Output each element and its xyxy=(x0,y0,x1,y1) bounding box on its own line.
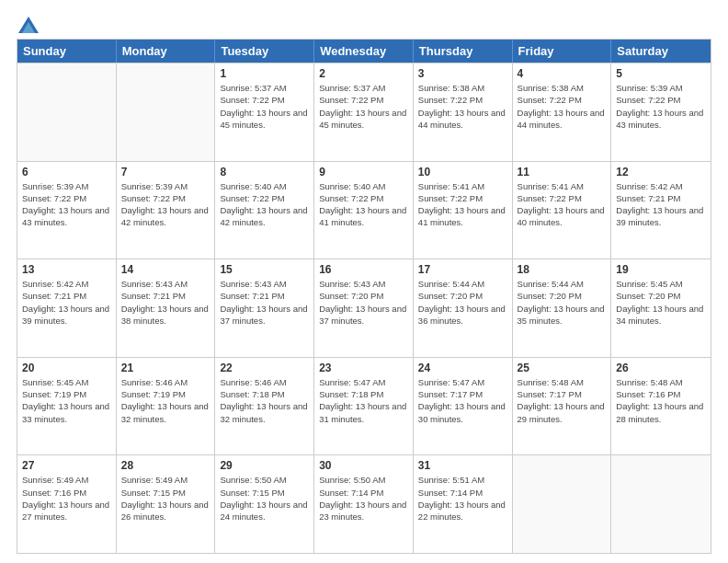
day-number: 5 xyxy=(616,67,706,80)
calendar-cell: 15Sunrise: 5:43 AM Sunset: 7:21 PM Dayli… xyxy=(215,259,314,357)
calendar-week-row: 13Sunrise: 5:42 AM Sunset: 7:21 PM Dayli… xyxy=(17,259,711,357)
calendar-body: 1Sunrise: 5:37 AM Sunset: 7:22 PM Daylig… xyxy=(17,63,711,553)
day-number: 22 xyxy=(220,362,309,374)
calendar-cell: 26Sunrise: 5:48 AM Sunset: 7:16 PM Dayli… xyxy=(611,358,711,455)
day-number: 1 xyxy=(220,67,309,80)
calendar-cell: 28Sunrise: 5:49 AM Sunset: 7:15 PM Dayli… xyxy=(117,455,216,553)
calendar-cell: 13Sunrise: 5:42 AM Sunset: 7:21 PM Dayli… xyxy=(17,259,117,357)
calendar-header-cell: Monday xyxy=(117,40,216,63)
day-info: Sunrise: 5:38 AM Sunset: 7:22 PM Dayligh… xyxy=(518,82,607,131)
day-number: 15 xyxy=(220,263,309,276)
day-info: Sunrise: 5:46 AM Sunset: 7:19 PM Dayligh… xyxy=(121,376,210,425)
day-info: Sunrise: 5:51 AM Sunset: 7:14 PM Dayligh… xyxy=(418,474,507,523)
day-info: Sunrise: 5:37 AM Sunset: 7:22 PM Dayligh… xyxy=(319,82,408,131)
day-number: 7 xyxy=(121,166,210,178)
day-number: 14 xyxy=(121,263,210,276)
day-info: Sunrise: 5:47 AM Sunset: 7:17 PM Dayligh… xyxy=(418,376,507,425)
calendar-week-row: 20Sunrise: 5:45 AM Sunset: 7:19 PM Dayli… xyxy=(17,357,711,455)
calendar-cell: 7Sunrise: 5:39 AM Sunset: 7:22 PM Daylig… xyxy=(117,162,216,259)
day-number: 10 xyxy=(418,166,507,178)
day-info: Sunrise: 5:42 AM Sunset: 7:21 PM Dayligh… xyxy=(616,180,706,229)
day-number: 24 xyxy=(418,362,507,374)
day-number: 6 xyxy=(22,166,111,178)
calendar-cell: 27Sunrise: 5:49 AM Sunset: 7:16 PM Dayli… xyxy=(17,455,117,553)
day-info: Sunrise: 5:48 AM Sunset: 7:17 PM Dayligh… xyxy=(518,376,607,425)
calendar-cell: 19Sunrise: 5:45 AM Sunset: 7:20 PM Dayli… xyxy=(611,259,711,357)
day-info: Sunrise: 5:38 AM Sunset: 7:22 PM Dayligh… xyxy=(418,82,507,131)
calendar-cell: 14Sunrise: 5:43 AM Sunset: 7:21 PM Dayli… xyxy=(117,259,216,357)
calendar-cell xyxy=(17,63,117,161)
calendar-cell: 8Sunrise: 5:40 AM Sunset: 7:22 PM Daylig… xyxy=(215,162,314,259)
page: SundayMondayTuesdayWednesdayThursdayFrid… xyxy=(0,0,728,563)
day-info: Sunrise: 5:43 AM Sunset: 7:20 PM Dayligh… xyxy=(319,278,408,327)
day-info: Sunrise: 5:44 AM Sunset: 7:20 PM Dayligh… xyxy=(418,278,507,327)
day-info: Sunrise: 5:48 AM Sunset: 7:16 PM Dayligh… xyxy=(616,376,706,425)
calendar-cell: 24Sunrise: 5:47 AM Sunset: 7:17 PM Dayli… xyxy=(414,358,513,455)
calendar-cell: 5Sunrise: 5:39 AM Sunset: 7:22 PM Daylig… xyxy=(611,63,711,161)
day-number: 4 xyxy=(518,67,607,80)
day-info: Sunrise: 5:45 AM Sunset: 7:19 PM Dayligh… xyxy=(22,376,111,425)
calendar-cell: 9Sunrise: 5:40 AM Sunset: 7:22 PM Daylig… xyxy=(314,162,414,259)
day-number: 27 xyxy=(22,459,111,472)
day-number: 23 xyxy=(319,362,408,374)
calendar-cell: 3Sunrise: 5:38 AM Sunset: 7:22 PM Daylig… xyxy=(414,63,513,161)
calendar-cell: 4Sunrise: 5:38 AM Sunset: 7:22 PM Daylig… xyxy=(513,63,612,161)
calendar-cell xyxy=(513,455,612,553)
calendar-header-cell: Tuesday xyxy=(215,40,314,63)
day-info: Sunrise: 5:47 AM Sunset: 7:18 PM Dayligh… xyxy=(319,376,408,425)
day-number: 17 xyxy=(418,263,507,276)
calendar-cell: 18Sunrise: 5:44 AM Sunset: 7:20 PM Dayli… xyxy=(513,259,612,357)
day-info: Sunrise: 5:46 AM Sunset: 7:18 PM Dayligh… xyxy=(220,376,309,425)
day-info: Sunrise: 5:41 AM Sunset: 7:22 PM Dayligh… xyxy=(518,180,607,229)
day-info: Sunrise: 5:49 AM Sunset: 7:15 PM Dayligh… xyxy=(121,474,210,523)
calendar-cell: 29Sunrise: 5:50 AM Sunset: 7:15 PM Dayli… xyxy=(215,455,314,553)
day-number: 28 xyxy=(121,459,210,472)
day-number: 2 xyxy=(319,67,408,80)
calendar-header: SundayMondayTuesdayWednesdayThursdayFrid… xyxy=(17,40,711,63)
calendar-header-cell: Saturday xyxy=(611,40,711,63)
calendar-week-row: 27Sunrise: 5:49 AM Sunset: 7:16 PM Dayli… xyxy=(17,454,711,553)
day-number: 20 xyxy=(22,362,111,374)
day-number: 26 xyxy=(616,362,706,374)
calendar-cell: 6Sunrise: 5:39 AM Sunset: 7:22 PM Daylig… xyxy=(17,162,117,259)
day-info: Sunrise: 5:37 AM Sunset: 7:22 PM Dayligh… xyxy=(220,82,309,131)
logo-icon xyxy=(18,17,39,33)
calendar-cell: 12Sunrise: 5:42 AM Sunset: 7:21 PM Dayli… xyxy=(611,162,711,259)
day-info: Sunrise: 5:39 AM Sunset: 7:22 PM Dayligh… xyxy=(121,180,210,229)
day-number: 8 xyxy=(220,166,309,178)
day-number: 16 xyxy=(319,263,408,276)
calendar-cell: 2Sunrise: 5:37 AM Sunset: 7:22 PM Daylig… xyxy=(314,63,414,161)
day-info: Sunrise: 5:43 AM Sunset: 7:21 PM Dayligh… xyxy=(121,278,210,327)
day-info: Sunrise: 5:45 AM Sunset: 7:20 PM Dayligh… xyxy=(616,278,706,327)
day-info: Sunrise: 5:39 AM Sunset: 7:22 PM Dayligh… xyxy=(22,180,111,229)
day-number: 9 xyxy=(319,166,408,178)
day-number: 25 xyxy=(518,362,607,374)
day-info: Sunrise: 5:41 AM Sunset: 7:22 PM Dayligh… xyxy=(418,180,507,229)
calendar-cell: 30Sunrise: 5:50 AM Sunset: 7:14 PM Dayli… xyxy=(314,455,414,553)
day-number: 29 xyxy=(220,459,309,472)
calendar-header-cell: Wednesday xyxy=(314,40,414,63)
calendar-cell xyxy=(611,455,711,553)
calendar-cell: 1Sunrise: 5:37 AM Sunset: 7:22 PM Daylig… xyxy=(215,63,314,161)
day-info: Sunrise: 5:39 AM Sunset: 7:22 PM Dayligh… xyxy=(616,82,706,131)
calendar-cell: 21Sunrise: 5:46 AM Sunset: 7:19 PM Dayli… xyxy=(117,358,216,455)
calendar-cell: 11Sunrise: 5:41 AM Sunset: 7:22 PM Dayli… xyxy=(513,162,612,259)
calendar-cell: 25Sunrise: 5:48 AM Sunset: 7:17 PM Dayli… xyxy=(513,358,612,455)
day-number: 12 xyxy=(616,166,706,178)
day-number: 18 xyxy=(518,263,607,276)
day-info: Sunrise: 5:43 AM Sunset: 7:21 PM Dayligh… xyxy=(220,278,309,327)
day-info: Sunrise: 5:44 AM Sunset: 7:20 PM Dayligh… xyxy=(518,278,607,327)
header xyxy=(17,17,711,29)
day-info: Sunrise: 5:50 AM Sunset: 7:14 PM Dayligh… xyxy=(319,474,408,523)
day-info: Sunrise: 5:40 AM Sunset: 7:22 PM Dayligh… xyxy=(220,180,309,229)
calendar-cell: 17Sunrise: 5:44 AM Sunset: 7:20 PM Dayli… xyxy=(414,259,513,357)
calendar: SundayMondayTuesdayWednesdayThursdayFrid… xyxy=(17,39,711,554)
calendar-header-cell: Thursday xyxy=(414,40,513,63)
calendar-header-cell: Friday xyxy=(513,40,612,63)
day-info: Sunrise: 5:40 AM Sunset: 7:22 PM Dayligh… xyxy=(319,180,408,229)
calendar-header-cell: Sunday xyxy=(17,40,117,63)
calendar-cell: 20Sunrise: 5:45 AM Sunset: 7:19 PM Dayli… xyxy=(17,358,117,455)
day-number: 13 xyxy=(22,263,111,276)
calendar-cell xyxy=(117,63,216,161)
logo xyxy=(17,17,39,29)
